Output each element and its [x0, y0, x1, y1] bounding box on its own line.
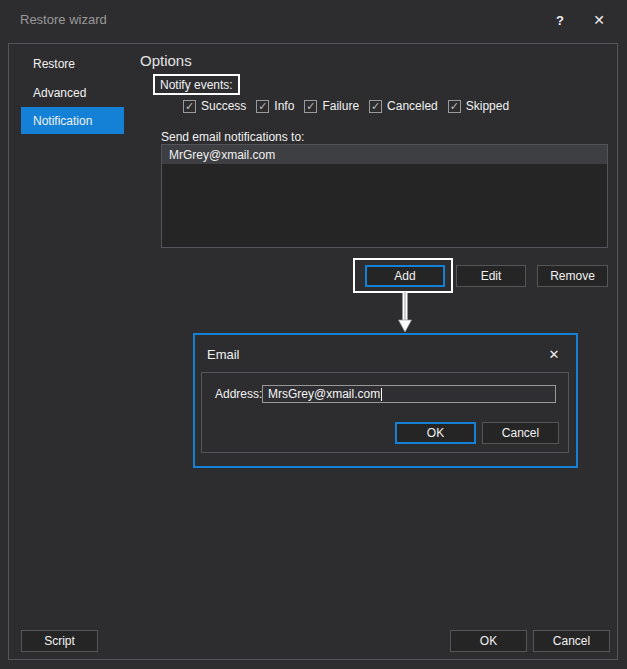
recipient-list[interactable]: MrGrey@xmail.com [161, 144, 608, 248]
window-title: Restore wizard [20, 12, 107, 27]
checkbox-label: Success [201, 99, 246, 113]
recipient-list-item[interactable]: MrGrey@xmail.com [162, 145, 607, 164]
check-icon[interactable]: ✓ [256, 100, 269, 113]
notify-events-highlight-box: Notify events: [153, 74, 240, 95]
remove-button[interactable]: Remove [537, 265, 608, 287]
checkbox-failure[interactable]: ✓ Failure [304, 99, 359, 113]
notify-events-checkbox-row: ✓ Success ✓ Info ✓ Failure ✓ Canceled ✓ … [183, 99, 509, 113]
address-input-value: MrsGrey@xmail.com [268, 387, 380, 401]
check-icon[interactable]: ✓ [369, 100, 382, 113]
checkbox-info[interactable]: ✓ Info [256, 99, 294, 113]
close-icon[interactable]: ✕ [590, 10, 608, 30]
check-icon[interactable]: ✓ [448, 100, 461, 113]
email-dialog-title: Email [207, 347, 240, 362]
email-ok-button[interactable]: OK [395, 422, 476, 444]
script-button[interactable]: Script [21, 630, 98, 652]
address-label: Address: [215, 387, 262, 401]
annotation-arrow-icon [397, 292, 413, 333]
check-icon[interactable]: ✓ [304, 100, 317, 113]
check-icon[interactable]: ✓ [183, 100, 196, 113]
checkbox-skipped[interactable]: ✓ Skipped [448, 99, 509, 113]
checkbox-label: Canceled [387, 99, 438, 113]
restore-wizard-window: Restore wizard ? ✕ Restore Advanced Noti… [0, 0, 627, 669]
add-button[interactable]: Add [365, 265, 445, 287]
checkbox-label: Info [274, 99, 294, 113]
checkbox-canceled[interactable]: ✓ Canceled [369, 99, 438, 113]
edit-button[interactable]: Edit [456, 265, 526, 287]
sidebar-item-label: Advanced [33, 86, 86, 100]
ok-button[interactable]: OK [450, 630, 527, 652]
help-icon[interactable]: ? [551, 10, 569, 30]
page-title: Options [140, 52, 192, 69]
address-input[interactable]: MrsGrey@xmail.com [262, 385, 556, 403]
send-notifications-label: Send email notifications to: [161, 130, 304, 144]
sidebar-item-notification[interactable]: Notification [21, 107, 124, 134]
sidebar-item-label: Restore [33, 57, 75, 71]
sidebar-item-label: Notification [33, 114, 92, 128]
cancel-button[interactable]: Cancel [533, 630, 610, 652]
sidebar-item-advanced[interactable]: Advanced [21, 79, 124, 106]
sidebar-item-restore[interactable]: Restore [21, 50, 124, 77]
checkbox-success[interactable]: ✓ Success [183, 99, 246, 113]
email-cancel-button[interactable]: Cancel [482, 422, 559, 444]
email-dialog: Email ✕ Address: MrsGrey@xmail.com OK Ca… [193, 333, 578, 468]
notify-events-label: Notify events: [160, 78, 233, 92]
checkbox-label: Skipped [466, 99, 509, 113]
text-cursor [381, 388, 382, 401]
checkbox-label: Failure [322, 99, 359, 113]
email-dialog-close-icon[interactable]: ✕ [546, 345, 562, 363]
